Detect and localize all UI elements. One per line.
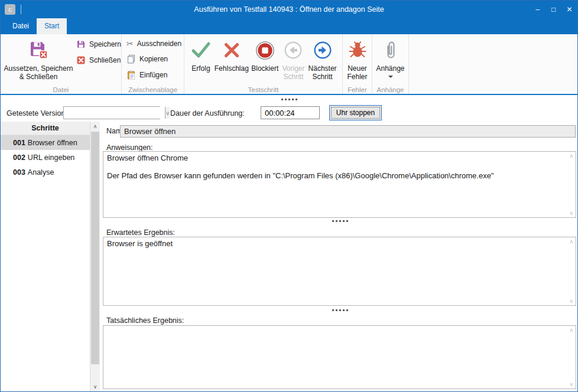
execution-toolbar: Getestete Version: ∨ Dauer der Ausführun… bbox=[1, 96, 577, 122]
previous-step-button[interactable]: Voriger Schritt bbox=[280, 34, 307, 84]
step-label: URL eingeben bbox=[28, 153, 74, 162]
step-number: 003 bbox=[13, 168, 25, 177]
instructions-box: ∧ ∨ bbox=[103, 151, 576, 218]
duration-field[interactable] bbox=[261, 106, 320, 119]
splitter-handle-top[interactable] bbox=[1, 99, 577, 100]
stop-icon bbox=[255, 37, 275, 63]
previous-step-label: Voriger Schritt bbox=[280, 64, 307, 81]
step-number: 001 bbox=[13, 139, 25, 147]
datei-small-buttons: Speichern Schließen bbox=[76, 34, 121, 84]
failure-label: Fehlschlag bbox=[215, 64, 249, 73]
expected-result-textarea[interactable] bbox=[103, 237, 576, 305]
step-label: Analyse bbox=[28, 168, 54, 177]
save-icon bbox=[76, 40, 86, 49]
app-icon[interactable]: c bbox=[5, 4, 15, 15]
cut-label: Ausschneiden bbox=[137, 40, 181, 48]
ribbon: Aussetzen, Speichern & Schließen Sp bbox=[1, 34, 577, 95]
step-number: 002 bbox=[13, 153, 25, 162]
close-testcase-button[interactable]: Schließen bbox=[76, 55, 121, 65]
group-caption-fehler: Fehler bbox=[343, 86, 372, 93]
name-field[interactable] bbox=[120, 125, 576, 138]
copy-label: Kopieren bbox=[139, 55, 168, 63]
blocked-label: Blockiert bbox=[251, 64, 278, 73]
next-step-icon bbox=[313, 37, 332, 63]
paste-label: Einfügen bbox=[139, 71, 167, 79]
bug-icon bbox=[349, 37, 366, 63]
ribbon-group-zwischenablage: ✂ Ausschneiden Kopieren bbox=[122, 34, 184, 94]
scroll-up-icon[interactable]: ∧ bbox=[569, 153, 573, 159]
expected-result-box: ∧ ∨ bbox=[103, 237, 576, 306]
splitter-handle-middle[interactable] bbox=[103, 220, 577, 222]
save-button[interactable]: Speichern bbox=[76, 40, 121, 49]
expected-result-label: Erwartetes Ergebnis: bbox=[106, 228, 175, 237]
close-label: Schließen bbox=[89, 56, 121, 64]
quick-access-separator bbox=[21, 5, 21, 14]
close-button[interactable]: ✕ bbox=[561, 1, 577, 18]
failure-button[interactable]: Fehlschlag bbox=[213, 34, 250, 84]
actual-result-label: Tatsächliches Ergebnis: bbox=[106, 316, 184, 325]
steps-panel: Schritte 001 Browser öffnen 002 URL eing… bbox=[1, 122, 100, 391]
step-item-001[interactable]: 001 Browser öffnen bbox=[1, 135, 90, 150]
blocked-button[interactable]: Blockiert bbox=[250, 34, 280, 84]
scroll-up-icon[interactable]: ∧ bbox=[569, 239, 573, 244]
ribbon-group-datei: Aussetzen, Speichern & Schließen Sp bbox=[1, 34, 122, 94]
next-step-label: Nächster Schritt bbox=[307, 64, 338, 81]
window-controls: – □ ✕ bbox=[530, 1, 577, 18]
next-step-button[interactable]: Nächster Schritt bbox=[307, 34, 338, 84]
copy-button[interactable]: Kopieren bbox=[126, 54, 181, 64]
titlebar: c Ausführen von Testfall 140943 : Öffnen… bbox=[1, 1, 577, 18]
step-item-003[interactable]: 003 Analyse bbox=[1, 165, 90, 179]
close-red-icon bbox=[76, 55, 86, 65]
attachments-label: Anhänge bbox=[376, 64, 404, 73]
instructions-textarea[interactable] bbox=[103, 152, 576, 217]
save-close-icon bbox=[28, 37, 48, 63]
scroll-down-icon[interactable]: ∨ bbox=[569, 210, 573, 216]
tab-start[interactable]: Start bbox=[37, 18, 67, 34]
combo-dropdown-icon[interactable]: ∨ bbox=[165, 107, 170, 119]
paperclip-icon bbox=[384, 37, 397, 63]
group-caption-zwischenablage: Zwischenablage bbox=[122, 86, 184, 93]
maximize-button[interactable]: □ bbox=[545, 1, 561, 18]
stop-clock-button[interactable]: Uhr stoppen bbox=[329, 105, 382, 120]
window-title: Ausführen von Testfall 140943 : Öffnen d… bbox=[72, 5, 506, 14]
new-defect-label: Neuer Fehler bbox=[345, 64, 371, 81]
copy-icon bbox=[126, 54, 136, 64]
scroll-up-icon[interactable]: ∧ bbox=[569, 327, 573, 333]
scroll-down-icon[interactable]: ∨ bbox=[90, 382, 100, 391]
steps-header: Schritte bbox=[1, 122, 90, 135]
actual-result-textarea[interactable] bbox=[103, 326, 576, 388]
scissors-icon: ✂ bbox=[126, 40, 134, 48]
group-caption-datei: Datei bbox=[1, 86, 121, 93]
paste-icon bbox=[126, 70, 136, 80]
ribbon-tab-row: Datei Start bbox=[1, 18, 577, 34]
attachments-button[interactable]: Anhänge bbox=[374, 34, 407, 84]
x-icon bbox=[223, 37, 241, 63]
success-label: Erfolg bbox=[191, 64, 210, 73]
steps-scrollbar[interactable]: ∧ ∨ bbox=[90, 122, 100, 391]
success-button[interactable]: Erfolg bbox=[189, 34, 213, 84]
scroll-down-icon[interactable]: ∨ bbox=[569, 381, 573, 387]
scroll-down-icon[interactable]: ∨ bbox=[569, 298, 573, 304]
suspend-save-close-label: Aussetzen, Speichern & Schließen bbox=[1, 64, 76, 81]
steps-list: Schritte 001 Browser öffnen 002 URL eing… bbox=[1, 122, 90, 391]
minimize-button[interactable]: – bbox=[530, 1, 545, 18]
step-detail-panel: Name: Anweisungen: ∧ ∨ Erwartetes Ergebn… bbox=[103, 122, 577, 391]
new-defect-button[interactable]: Neuer Fehler bbox=[345, 34, 371, 84]
scroll-up-icon[interactable]: ∧ bbox=[90, 122, 100, 131]
instructions-label: Anweisungen: bbox=[106, 143, 153, 152]
step-item-002[interactable]: 002 URL eingeben bbox=[1, 150, 90, 165]
actual-result-box: ∧ ∨ bbox=[103, 325, 576, 389]
paste-button[interactable]: Einfügen bbox=[126, 70, 181, 80]
scrollbar-thumb[interactable] bbox=[91, 132, 99, 364]
cut-button[interactable]: ✂ Ausschneiden bbox=[126, 40, 181, 48]
step-label: Browser öffnen bbox=[28, 139, 77, 147]
group-caption-anhaenge: Anhänge bbox=[372, 86, 408, 93]
splitter-handle-bottom[interactable] bbox=[103, 309, 577, 311]
tab-datei[interactable]: Datei bbox=[5, 18, 37, 34]
suspend-save-close-button[interactable]: Aussetzen, Speichern & Schließen bbox=[1, 34, 76, 84]
ribbon-group-testschritt: Erfolg Fehlschlag bbox=[184, 34, 343, 94]
tested-version-combobox[interactable]: ∨ bbox=[63, 106, 160, 119]
tested-version-input[interactable] bbox=[64, 107, 165, 119]
prev-step-icon bbox=[284, 37, 303, 63]
app-window: c Ausführen von Testfall 140943 : Öffnen… bbox=[0, 0, 578, 392]
